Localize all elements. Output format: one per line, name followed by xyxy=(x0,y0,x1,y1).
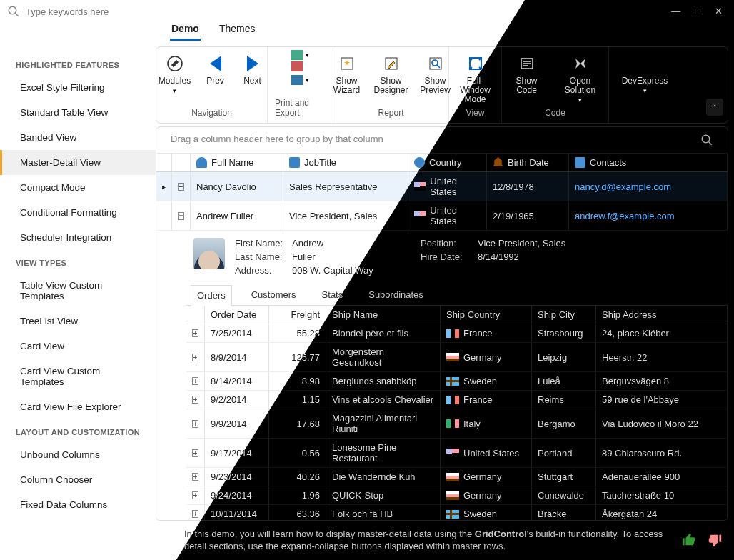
sidebar-item[interactable]: Table View Custom Templates xyxy=(0,273,156,309)
print-small-button-2[interactable] xyxy=(291,61,303,74)
sidebar-item[interactable]: Scheduler Integration xyxy=(0,225,156,250)
full-window-mode-button[interactable]: Full-Window Mode xyxy=(452,50,499,108)
detail-tab[interactable]: Stats xyxy=(316,284,350,305)
expand-button[interactable]: + xyxy=(186,391,205,409)
sidebar-item[interactable]: Card View xyxy=(0,334,156,359)
detail-hire-date: 8/14/1992 xyxy=(478,251,606,262)
detail-tab[interactable]: Orders xyxy=(191,285,232,306)
order-row[interactable]: + 10/11/2014 63.36 Folk och fä HB Sweden… xyxy=(186,505,728,521)
search-icon xyxy=(7,5,20,18)
sidebar-item[interactable]: Card View Custom Templates xyxy=(0,359,156,394)
expand-button[interactable]: + xyxy=(186,486,205,504)
column-header-job-title[interactable]: JobTitle xyxy=(283,154,408,171)
flag-icon xyxy=(414,182,426,191)
sidebar-item[interactable]: Conditional Formatting xyxy=(0,200,156,225)
briefcase-icon xyxy=(289,157,300,168)
window-close-button[interactable]: ✕ xyxy=(715,6,723,16)
print-small-button-1[interactable]: ▾ xyxy=(291,50,309,60)
globe-icon xyxy=(414,157,425,168)
plus-icon: + xyxy=(192,396,198,404)
detail-position: Vice President, Sales xyxy=(478,238,606,249)
contact-card-icon xyxy=(575,157,585,168)
sidebar-item[interactable]: TreeList View xyxy=(0,309,156,334)
column-header-country[interactable]: Country xyxy=(408,154,487,171)
show-wizard-button[interactable]: Show Wizard xyxy=(326,50,368,108)
order-row[interactable]: + 7/25/2014 55.28 Blondel père et fils F… xyxy=(186,324,728,343)
detail-tab[interactable]: Subordinates xyxy=(362,284,430,305)
expand-button[interactable]: + xyxy=(172,172,191,201)
window-minimize-button[interactable]: — xyxy=(671,6,680,16)
col-ship-city[interactable]: Ship City xyxy=(532,306,596,324)
sidebar-section-title: VIEW TYPES xyxy=(0,250,156,273)
search-input[interactable] xyxy=(26,6,140,17)
tab-demo[interactable]: Demo xyxy=(170,20,201,41)
window-maximize-button[interactable]: □ xyxy=(695,6,700,16)
expand-column-header[interactable] xyxy=(172,154,191,171)
order-row[interactable]: + 9/17/2014 0.56 Lonesome Pine Restauran… xyxy=(186,439,728,468)
sidebar-item[interactable]: Banded View xyxy=(0,125,156,150)
expand-button[interactable]: + xyxy=(186,468,205,486)
sidebar-item[interactable]: Compact Mode xyxy=(0,175,156,200)
expand-button[interactable]: + xyxy=(186,372,205,390)
detail-tab[interactable]: Customers xyxy=(245,284,303,305)
devexpress-button[interactable]: DevExpress▾ xyxy=(619,50,670,118)
show-designer-button[interactable]: Show Designer xyxy=(371,50,412,108)
table-row[interactable]: ▸ + Nancy Davolio Sales Representative U… xyxy=(156,172,728,201)
flag-icon xyxy=(414,211,426,220)
next-button[interactable]: Next xyxy=(236,50,270,108)
sidebar-item[interactable]: Fixed Data Columns xyxy=(0,492,156,517)
cell-birth-date: 12/8/1978 xyxy=(487,172,569,201)
detail-first-name: Andrew xyxy=(292,238,421,249)
ribbon-expand-button[interactable]: ⌃ xyxy=(706,99,723,116)
sidebar-item[interactable]: Standard Table View xyxy=(0,100,156,125)
expand-button[interactable]: + xyxy=(186,505,205,521)
col-ship-address[interactable]: Ship Address xyxy=(596,306,728,324)
table-row[interactable]: – Andrew Fuller Vice President, Sales Un… xyxy=(156,201,728,231)
col-ship-name[interactable]: Ship Name xyxy=(326,306,441,324)
sidebar-item[interactable]: Column Chooser xyxy=(0,467,156,492)
thumbs-up-button[interactable] xyxy=(681,532,697,548)
col-freight[interactable]: Freight xyxy=(269,306,326,324)
order-row[interactable]: + 8/9/2014 125.77 Morgenstern Gesundkost… xyxy=(186,343,728,372)
expand-button[interactable]: + xyxy=(186,343,205,371)
expand-button[interactable]: + xyxy=(186,324,205,342)
sidebar-item[interactable]: Excel Style Filtering xyxy=(0,75,156,100)
svg-marker-5 xyxy=(344,60,350,66)
sidebar-item[interactable]: Master-Detail View xyxy=(0,150,156,175)
email-link[interactable]: andrew.f@example.com xyxy=(575,211,675,221)
column-header-contacts[interactable]: Contacts xyxy=(569,154,728,171)
cell-country: United States xyxy=(408,201,487,230)
modules-button[interactable]: Modules▾ xyxy=(156,50,196,108)
arrow-right-icon xyxy=(247,56,258,71)
search-icon[interactable] xyxy=(700,134,713,146)
chevron-down-icon: ▾ xyxy=(306,76,309,84)
tab-themes[interactable]: Themes xyxy=(218,20,257,41)
fullscreen-icon xyxy=(468,53,483,74)
print-small-button-3[interactable]: ▾ xyxy=(291,75,309,85)
expand-button[interactable]: + xyxy=(186,439,205,467)
col-order-date[interactable]: Order Date xyxy=(205,306,269,324)
order-row[interactable]: + 9/2/2014 1.15 Vins et alcools Chevalie… xyxy=(186,391,728,409)
expand-button[interactable]: + xyxy=(186,409,205,438)
order-row[interactable]: + 9/24/2014 1.96 QUICK-Stop Germany Cune… xyxy=(186,486,728,505)
preview-icon xyxy=(428,53,443,74)
sidebar-item[interactable]: Unbound Columns xyxy=(0,442,156,467)
column-header-birth-date[interactable]: Birth Date xyxy=(487,154,569,171)
sidebar-item[interactable]: Card View File Explorer xyxy=(0,394,156,419)
order-row[interactable]: + 9/9/2014 17.68 Magazzini Alimentari Ri… xyxy=(186,409,728,439)
show-code-button[interactable]: Show Code xyxy=(503,50,550,108)
thumbs-down-button[interactable] xyxy=(707,532,723,548)
svg-point-8 xyxy=(432,60,438,66)
group-panel[interactable]: Drag a column header here to group by th… xyxy=(156,127,728,154)
column-header-full-name[interactable]: Full Name xyxy=(191,154,283,171)
cell-job-title: Vice President, Sales xyxy=(283,201,408,230)
expand-button[interactable]: – xyxy=(172,201,191,230)
prev-button[interactable]: Prev xyxy=(198,50,233,108)
open-solution-button[interactable]: Open Solution▾ xyxy=(553,50,608,108)
detail-last-name: Fuller xyxy=(292,251,421,262)
order-row[interactable]: + 9/23/2014 40.26 Die Wandernde Kuh Germ… xyxy=(186,468,728,486)
order-row[interactable]: + 8/14/2014 8.98 Berglunds snabbköp Swed… xyxy=(186,372,728,391)
email-link[interactable]: nancy.d@example.com xyxy=(575,181,671,192)
col-ship-country[interactable]: Ship Country xyxy=(441,306,532,324)
cell-contacts: nancy.d@example.com xyxy=(569,172,728,201)
